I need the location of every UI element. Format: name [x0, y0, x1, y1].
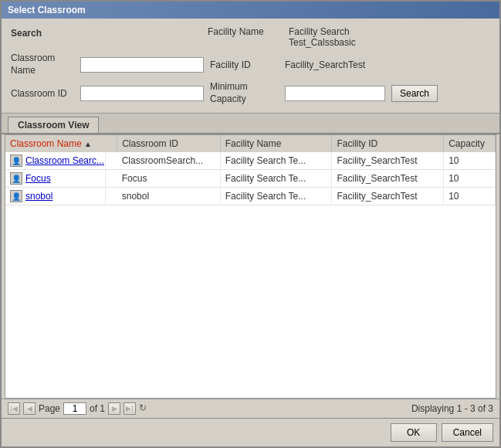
classroom-name-cell[interactable]: Focus	[25, 173, 51, 184]
table-row[interactable]: 👤Classroom Searc...ClassroomSearch...Fac…	[5, 152, 496, 170]
dialog-title: Select Classroom	[8, 5, 86, 15]
row-icon: 👤	[10, 190, 22, 202]
sort-arrow: ▲	[84, 140, 92, 148]
capacity-cell: 10	[444, 170, 496, 188]
table-container: Classroom Name ▲ Classroom ID Facility N…	[5, 134, 496, 399]
table-row[interactable]: 👤FocusFocusFacility Search Te...Facility…	[5, 170, 496, 188]
pagination-controls: |◀ ◀ Page of 1 ▶ ▶| ↻	[8, 402, 151, 415]
facility-name-cell: Facility Search Te...	[220, 188, 332, 205]
col-facility-id[interactable]: Facility ID	[332, 135, 444, 152]
facility-name-label: Facility Name	[208, 26, 289, 37]
min-capacity-label: Minimum Capacity	[204, 81, 285, 105]
facility-id-cell: Facility_SearchTest	[332, 188, 444, 205]
refresh-button[interactable]: ↻	[139, 402, 151, 415]
table-section: Classroom Name ▲ Classroom ID Facility N…	[2, 134, 499, 399]
facility-id-value: Facility_SearchTest	[285, 59, 365, 70]
ok-button[interactable]: OK	[391, 423, 437, 442]
classroom-id-cell: snobol	[117, 188, 221, 205]
facility-name-cell: Facility Search Te...	[220, 152, 332, 170]
col-classroom-id[interactable]: Classroom ID	[117, 135, 221, 152]
facility-name-value: Facility Search Test_Calssbasic	[289, 26, 356, 48]
facility-id-cell: Facility_SearchTest	[332, 152, 444, 170]
first-page-button[interactable]: |◀	[8, 402, 20, 415]
classroom-view-tab[interactable]: Classroom View	[8, 117, 99, 133]
next-page-button[interactable]: ▶	[108, 402, 120, 415]
search-panel: Search Facility Name Facility Search Tes…	[2, 19, 499, 114]
dialog: Select Classroom Search Facility Name Fa…	[0, 0, 501, 448]
pagination-bar: |◀ ◀ Page of 1 ▶ ▶| ↻ Displaying 1 - 3 o…	[2, 399, 499, 418]
classroom-table: Classroom Name ▲ Classroom ID Facility N…	[5, 135, 496, 205]
last-page-button[interactable]: ▶|	[124, 402, 136, 415]
facility-name-cell: Facility Search Te...	[220, 170, 332, 188]
classroom-name-label: Classroom Name	[11, 53, 80, 76]
bottom-bar: OK Cancel	[2, 418, 499, 446]
classroom-name-cell[interactable]: Classroom Searc...	[25, 155, 104, 166]
col-facility-name[interactable]: Facility Name	[220, 135, 332, 152]
capacity-cell: 10	[444, 188, 496, 205]
capacity-cell: 10	[444, 152, 496, 170]
facility-id-label: Facility ID	[204, 59, 285, 70]
of-label: of 1	[90, 403, 105, 414]
table-header-row: Classroom Name ▲ Classroom ID Facility N…	[5, 135, 496, 152]
facility-id-cell: Facility_SearchTest	[332, 170, 444, 188]
row-icon: 👤	[10, 172, 22, 185]
classroom-name-cell[interactable]: snobol	[25, 191, 52, 202]
search-label: Search	[11, 26, 80, 39]
display-count: Displaying 1 - 3 of 3	[411, 403, 493, 414]
classroom-id-cell: ClassroomSearch...	[117, 152, 221, 170]
col-capacity[interactable]: Capacity	[444, 135, 496, 152]
row-icon: 👤	[10, 154, 22, 167]
tab-bar: Classroom View	[2, 114, 499, 134]
classroom-id-input[interactable]	[80, 86, 204, 101]
page-number-input[interactable]	[63, 402, 86, 415]
page-label: Page	[39, 403, 60, 414]
col-classroom-name[interactable]: Classroom Name ▲	[5, 135, 117, 152]
cancel-button[interactable]: Cancel	[442, 423, 493, 442]
title-bar: Select Classroom	[2, 2, 499, 19]
prev-page-button[interactable]: ◀	[23, 402, 36, 415]
classroom-name-input[interactable]	[80, 57, 204, 73]
classroom-id-cell: Focus	[117, 170, 221, 188]
search-button[interactable]: Search	[391, 85, 438, 102]
table-row[interactable]: 👤snobolsnobolFacility Search Te...Facili…	[5, 188, 496, 205]
min-capacity-input[interactable]	[285, 86, 385, 101]
classroom-id-label: Classroom ID	[11, 88, 80, 99]
